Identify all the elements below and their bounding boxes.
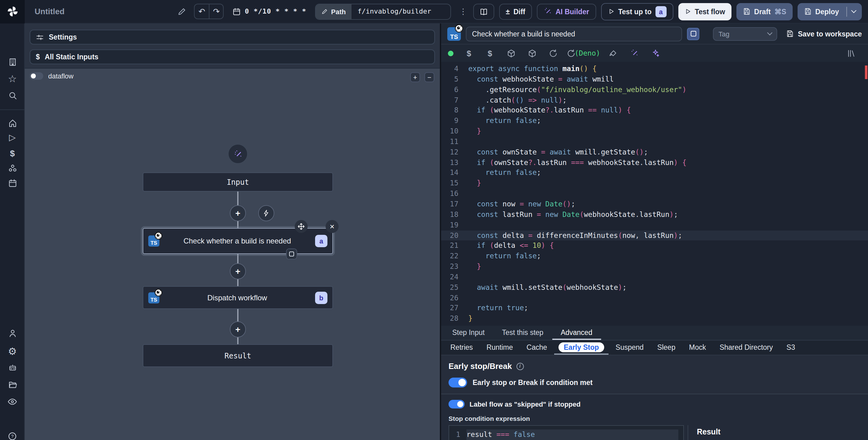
test-flow-button[interactable]: Test flow bbox=[678, 3, 731, 20]
docs-button[interactable] bbox=[473, 3, 494, 20]
subtab-s3[interactable]: S3 bbox=[780, 341, 802, 355]
flow-settings-button[interactable]: Settings bbox=[30, 30, 435, 45]
resources-icon[interactable] bbox=[0, 161, 25, 175]
help-icon[interactable]: ? bbox=[0, 430, 25, 440]
stop-condition-expression[interactable]: result === false bbox=[466, 430, 678, 440]
variables-icon[interactable]: $ bbox=[0, 146, 25, 160]
subtab-suspend[interactable]: Suspend bbox=[609, 341, 651, 355]
code-line-17[interactable]: 17 const now = new Date(); bbox=[441, 199, 868, 209]
step-title-input[interactable] bbox=[466, 26, 682, 41]
code-line-11[interactable]: 11 bbox=[441, 137, 868, 147]
runs-icon[interactable]: ▷ bbox=[0, 130, 25, 144]
code-line-6[interactable]: 6 .getResource("f/invablog/outline_webho… bbox=[441, 84, 868, 95]
code-line-7[interactable]: 7 .catch(() => null); bbox=[441, 95, 868, 106]
subtab-early-stop[interactable]: Early Stop bbox=[554, 341, 609, 355]
settings-icon[interactable]: ⚙ bbox=[0, 344, 25, 358]
code-editor[interactable]: 4export async function main() {5 const w… bbox=[441, 62, 868, 326]
ai-flow-button[interactable] bbox=[228, 144, 248, 164]
subtab-shared-directory[interactable]: Shared Directory bbox=[713, 341, 780, 355]
test-up-to-button[interactable]: Test up to a bbox=[601, 3, 673, 20]
subtab-cache[interactable]: Cache bbox=[520, 341, 554, 355]
edit-title-button[interactable] bbox=[174, 4, 189, 19]
tab-advanced[interactable]: Advanced bbox=[552, 326, 601, 340]
dataflow-toggle[interactable] bbox=[30, 72, 43, 80]
flow-canvas[interactable]: dataflow + − Input + bbox=[25, 68, 440, 440]
workers-icon[interactable] bbox=[0, 360, 25, 374]
audit-logs-icon[interactable] bbox=[0, 395, 25, 409]
redo-button[interactable]: ↷ bbox=[209, 4, 223, 19]
deploy-button[interactable]: Deploy bbox=[797, 3, 862, 20]
more-options-button[interactable]: ⋮ bbox=[458, 7, 468, 16]
search-icon[interactable] bbox=[0, 88, 25, 102]
subtab-retries[interactable]: Retries bbox=[443, 341, 480, 355]
package-icon[interactable] bbox=[500, 45, 521, 62]
zoom-out-button[interactable]: − bbox=[425, 72, 434, 82]
delete-node-button[interactable]: × bbox=[326, 220, 339, 233]
schedule-button[interactable]: 0 */10 * * * * bbox=[232, 7, 306, 16]
zoom-in-button[interactable]: + bbox=[410, 72, 420, 82]
tab-test-this-step[interactable]: Test this step bbox=[493, 326, 552, 340]
schedules-icon[interactable] bbox=[0, 176, 25, 190]
library-icon[interactable] bbox=[841, 45, 862, 62]
users-icon[interactable] bbox=[0, 326, 25, 340]
favorites-icon[interactable]: ☆ bbox=[0, 72, 25, 85]
early-stop-indicator-button[interactable] bbox=[286, 248, 297, 260]
tab-step-input[interactable]: Step Input bbox=[443, 326, 493, 340]
code-line-10[interactable]: 10 } bbox=[441, 126, 868, 137]
subtab-mock[interactable]: Mock bbox=[682, 341, 713, 355]
code-line-14[interactable]: 14 return false; bbox=[441, 168, 868, 178]
code-line-19[interactable]: 19 bbox=[441, 220, 868, 230]
move-node-button[interactable] bbox=[295, 220, 308, 233]
code-line-5[interactable]: 5 const webhookState = await wmill bbox=[441, 74, 868, 85]
code-line-12[interactable]: 12 const ownState = await wmill.getState… bbox=[441, 147, 868, 157]
info-icon[interactable]: i bbox=[516, 362, 524, 370]
code-line-20[interactable]: 20 const delta = differenceInMinutes(now… bbox=[441, 230, 868, 241]
code-line-26[interactable]: 26 bbox=[441, 293, 868, 303]
code-line-18[interactable]: 18 const lastRun = new Date(webhookState… bbox=[441, 209, 868, 220]
resource-picker-button[interactable]: $ bbox=[479, 45, 500, 62]
code-line-9[interactable]: 9 return false; bbox=[441, 116, 868, 126]
code-line-25[interactable]: 25 await wmill.setState(webhookState); bbox=[441, 282, 868, 293]
variable-picker-button[interactable]: $ bbox=[458, 45, 479, 62]
code-line-13[interactable]: 13 if (ownState?.lastRun === webhookStat… bbox=[441, 157, 868, 168]
add-trigger-button[interactable] bbox=[258, 205, 274, 221]
early-stop-toggle[interactable] bbox=[448, 378, 467, 387]
workspace-icon[interactable] bbox=[0, 55, 25, 68]
draft-button[interactable]: Draft ⌘S bbox=[736, 3, 792, 20]
windmill-logo[interactable] bbox=[0, 0, 25, 23]
stop-after-step-button[interactable] bbox=[687, 28, 699, 40]
add-step-button-1[interactable]: + bbox=[230, 205, 246, 221]
tag-select[interactable]: Tag bbox=[713, 27, 777, 40]
code-line-15[interactable]: 15 } bbox=[441, 178, 868, 189]
save-to-workspace-button[interactable]: Save to workspace bbox=[786, 30, 862, 38]
ai-builder-button[interactable]: AI Builder bbox=[537, 3, 596, 20]
diff-button[interactable]: ± Diff bbox=[499, 3, 532, 20]
stop-condition-editor[interactable]: 1 result === false bbox=[448, 425, 684, 440]
undo-button[interactable]: ↶ bbox=[195, 4, 209, 19]
path-input[interactable] bbox=[358, 7, 444, 16]
ai-sparkles-icon[interactable] bbox=[645, 45, 666, 62]
all-static-inputs-button[interactable]: $ All Static Inputs bbox=[30, 50, 435, 64]
node-dispatch-workflow[interactable]: TS Dispatch workflow b bbox=[143, 286, 333, 309]
reload-icon[interactable] bbox=[542, 45, 563, 62]
code-line-16[interactable]: 16 bbox=[441, 188, 868, 199]
code-line-22[interactable]: 22 return false; bbox=[441, 251, 868, 261]
label-skipped-toggle[interactable] bbox=[448, 400, 465, 409]
chevron-down-icon[interactable] bbox=[851, 8, 857, 13]
add-step-button-3[interactable]: + bbox=[230, 321, 246, 338]
code-line-8[interactable]: 8 if (webhookState?.lastRun == null) { bbox=[441, 106, 868, 116]
code-line-28[interactable]: 28} bbox=[441, 314, 868, 324]
code-line-27[interactable]: 27 return true; bbox=[441, 303, 868, 314]
home-icon[interactable] bbox=[0, 116, 25, 130]
folders-icon[interactable] bbox=[0, 378, 25, 391]
add-step-button-2[interactable]: + bbox=[230, 263, 246, 279]
path-label-segment[interactable]: Path bbox=[316, 4, 351, 19]
format-brush-icon[interactable] bbox=[603, 45, 624, 62]
code-line-23[interactable]: 23 } bbox=[441, 261, 868, 272]
node-result[interactable]: Result bbox=[143, 344, 333, 367]
code-line-24[interactable]: 24 bbox=[441, 272, 868, 283]
ai-wand-icon[interactable] bbox=[624, 45, 645, 62]
subtab-runtime[interactable]: Runtime bbox=[480, 341, 520, 355]
package-icon[interactable] bbox=[521, 45, 542, 62]
code-line-4[interactable]: 4export async function main() { bbox=[441, 64, 868, 74]
